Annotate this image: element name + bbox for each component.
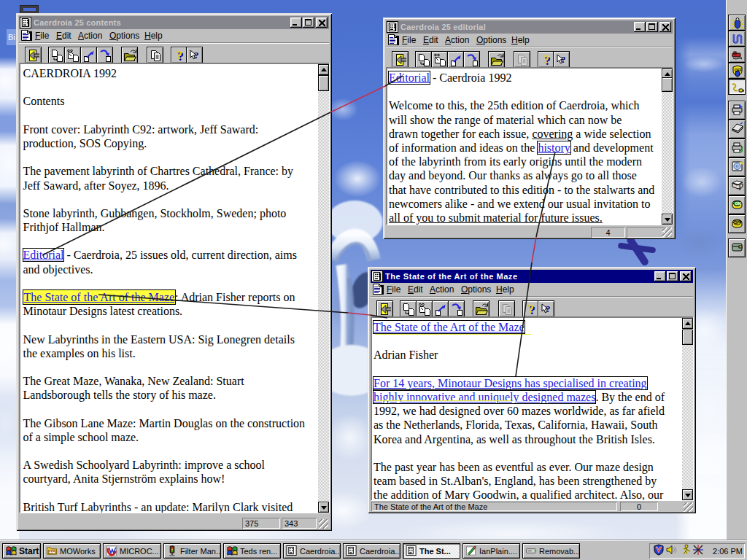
svg-text:ON: ON — [735, 201, 741, 206]
svg-text:OFF: OFF — [735, 220, 742, 225]
svg-text:?: ? — [177, 49, 183, 62]
svg-text:OFF: OFF — [735, 68, 742, 72]
svg-text:?: ? — [528, 303, 535, 316]
svg-text:?: ? — [543, 53, 550, 66]
